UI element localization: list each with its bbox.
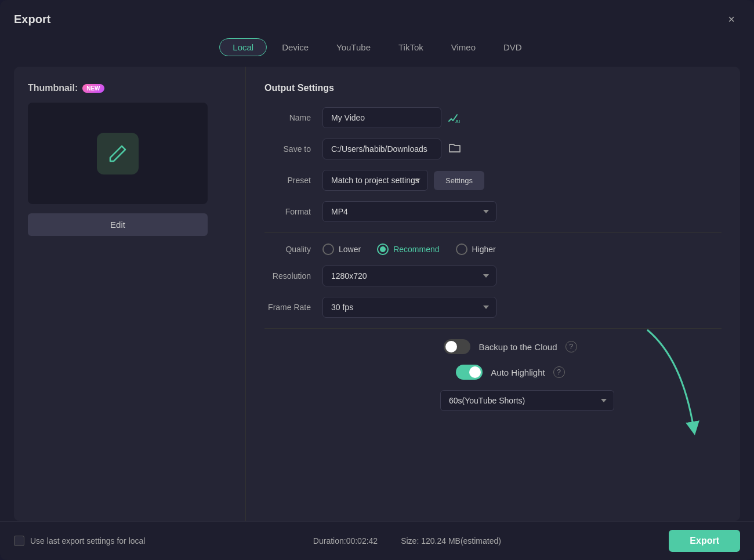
thumb-icon-box xyxy=(97,133,139,174)
folder-button[interactable] xyxy=(446,139,463,159)
thumbnail-section-label: Thumbnail: NEW xyxy=(28,83,104,93)
frame-rate-label: Frame Rate xyxy=(264,303,322,312)
ai-icon: AI xyxy=(447,111,460,124)
auto-highlight-label: Auto Highlight xyxy=(491,368,545,377)
ai-name-button[interactable]: AI xyxy=(447,111,460,124)
backup-label: Backup to the Cloud xyxy=(478,342,557,352)
backup-toggle-group: Backup to the Cloud ? xyxy=(444,339,577,354)
export-dialog: Export × Local Device YouTube TikTok Vim… xyxy=(0,0,754,560)
auto-highlight-sub-select[interactable]: 60s(YouTube Shorts) xyxy=(440,390,614,411)
use-last-checkbox[interactable] xyxy=(14,536,24,546)
divider-1 xyxy=(264,232,722,233)
auto-highlight-help-icon[interactable]: ? xyxy=(553,366,565,378)
close-button[interactable]: × xyxy=(723,10,740,28)
backup-row: Backup to the Cloud ? xyxy=(299,339,722,354)
divider-2 xyxy=(264,328,722,329)
tab-device[interactable]: Device xyxy=(269,39,321,56)
auto-highlight-row: Auto Highlight ? xyxy=(299,365,722,380)
resolution-select[interactable]: 1280x720 xyxy=(322,266,496,286)
format-row: Format MP4 xyxy=(264,201,722,222)
auto-highlight-sub-row: 60s(YouTube Shorts) xyxy=(299,390,722,411)
left-panel: Thumbnail: NEW Edit xyxy=(14,67,246,521)
save-to-label: Save to xyxy=(264,144,322,154)
use-last-label: Use last export settings for local xyxy=(30,536,145,546)
quality-options-group: Lower Recommend Higher xyxy=(322,243,496,255)
quality-higher[interactable]: Higher xyxy=(456,243,496,255)
quality-higher-label: Higher xyxy=(472,245,496,254)
bottom-stats: Duration:00:02:42 Size: 120.24 MB(estima… xyxy=(313,536,501,546)
quality-row: Quality Lower Recommend xyxy=(264,243,722,255)
backup-toggle[interactable] xyxy=(444,339,470,354)
folder-icon xyxy=(448,141,461,154)
settings-button[interactable]: Settings xyxy=(434,171,484,190)
quality-label: Quality xyxy=(264,245,322,254)
title-bar: Export × xyxy=(0,0,754,34)
quality-recommend[interactable]: Recommend xyxy=(377,243,439,255)
tab-tiktok[interactable]: TikTok xyxy=(386,39,436,56)
preset-input-group: Match to project settings Settings xyxy=(322,170,484,191)
size-stat: Size: 120.24 MB(estimated) xyxy=(401,536,501,546)
export-button[interactable]: Export xyxy=(669,530,740,552)
new-badge: NEW xyxy=(82,84,104,93)
edit-icon xyxy=(107,143,128,164)
preset-label: Preset xyxy=(264,176,322,185)
preset-row: Preset Match to project settings Setting… xyxy=(264,170,722,191)
svg-text:AI: AI xyxy=(455,119,460,124)
bottom-bar: Use last export settings for local Durat… xyxy=(0,521,754,560)
quality-recommend-label: Recommend xyxy=(393,245,439,254)
name-label: Name xyxy=(264,113,322,122)
content-panel: Thumbnail: NEW Edit Output Settings xyxy=(14,67,740,521)
right-panel: Output Settings Name AI xyxy=(246,67,740,521)
backup-toggle-knob xyxy=(445,341,457,352)
name-input[interactable] xyxy=(322,107,441,128)
tab-vimeo[interactable]: Vimeo xyxy=(438,39,488,56)
quality-higher-radio[interactable] xyxy=(456,243,467,255)
auto-highlight-toggle-knob xyxy=(469,366,481,378)
quality-lower-label: Lower xyxy=(339,245,361,254)
tabs-bar: Local Device YouTube TikTok Vimeo DVD xyxy=(0,34,754,67)
save-to-input-group xyxy=(322,139,463,159)
quality-recommend-radio[interactable] xyxy=(377,243,389,255)
frame-rate-row: Frame Rate 30 fps xyxy=(264,297,722,318)
tab-dvd[interactable]: DVD xyxy=(491,39,535,56)
dialog-title: Export xyxy=(14,13,50,26)
tab-youtube[interactable]: YouTube xyxy=(324,39,383,56)
thumbnail-text: Thumbnail: xyxy=(28,83,78,93)
format-select[interactable]: MP4 xyxy=(322,201,496,222)
output-settings-title: Output Settings xyxy=(264,83,722,93)
backup-help-icon[interactable]: ? xyxy=(566,341,577,352)
auto-highlight-toggle-group: Auto Highlight ? xyxy=(456,365,564,380)
resolution-label: Resolution xyxy=(264,271,322,281)
quality-recommend-dot xyxy=(380,246,386,252)
use-last-settings: Use last export settings for local xyxy=(14,536,145,546)
name-row: Name AI xyxy=(264,107,722,128)
resolution-row: Resolution 1280x720 xyxy=(264,266,722,286)
duration-stat: Duration:00:02:42 xyxy=(313,536,378,546)
quality-lower-radio[interactable] xyxy=(322,243,334,255)
format-label: Format xyxy=(264,207,322,216)
preset-select[interactable]: Match to project settings xyxy=(322,170,428,191)
auto-highlight-toggle[interactable] xyxy=(456,365,483,380)
name-input-group: AI xyxy=(322,107,460,128)
save-to-row: Save to xyxy=(264,139,722,159)
edit-button[interactable]: Edit xyxy=(28,213,208,236)
thumbnail-preview xyxy=(28,103,208,204)
main-content: Thumbnail: NEW Edit Output Settings xyxy=(0,67,754,521)
frame-rate-select[interactable]: 30 fps xyxy=(322,297,496,318)
save-to-input[interactable] xyxy=(322,139,441,159)
quality-lower[interactable]: Lower xyxy=(322,243,361,255)
tab-local[interactable]: Local xyxy=(219,38,267,56)
